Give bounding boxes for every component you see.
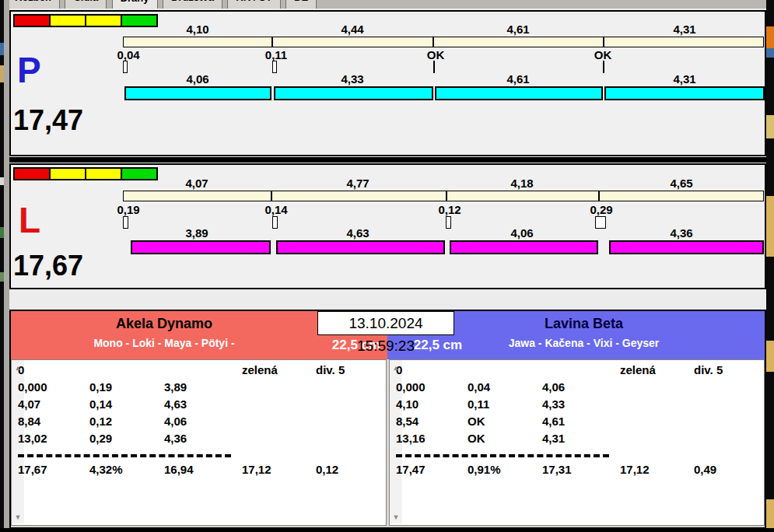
leg-time-label: 4,06 bbox=[487, 226, 557, 240]
leg-bar bbox=[609, 240, 764, 254]
division-cell: div. 5 bbox=[316, 363, 376, 376]
leg-time-label: 4,61 bbox=[483, 72, 553, 86]
team-left-name: Akela Dynamo bbox=[11, 316, 317, 332]
panel-divider bbox=[9, 157, 766, 163]
table-row: 4,07 0,14 4,63 bbox=[12, 397, 369, 411]
light-green bbox=[122, 16, 156, 26]
crossing-marker bbox=[595, 216, 606, 229]
track-divider bbox=[271, 191, 272, 201]
leg-time-label: 4,36 bbox=[646, 226, 716, 240]
scroll-up-icon[interactable]: ▲ bbox=[12, 362, 24, 374]
start-lights-l bbox=[13, 167, 158, 180]
leg-time-label: 3,89 bbox=[162, 226, 232, 240]
table-row: 8,84 0,12 4,06 bbox=[12, 415, 369, 428]
status-cell: zelená bbox=[242, 363, 316, 376]
totals-row: 17,67 4,32% 16,94 17,12 0,12 bbox=[12, 463, 369, 476]
lane-total-time: 17,47 bbox=[13, 107, 83, 135]
table-row: 8,54 OK 4,61 bbox=[390, 415, 748, 428]
leg-time-label: 4,63 bbox=[323, 226, 393, 240]
split-track-p bbox=[123, 37, 764, 47]
crossing-label: 0,04 bbox=[101, 48, 156, 61]
totals-separator bbox=[18, 454, 231, 457]
crossing-label: 0,29 bbox=[574, 203, 629, 216]
light-yellow-1 bbox=[51, 16, 85, 26]
tab-cidla[interactable]: Čidla bbox=[65, 0, 107, 9]
track-divider bbox=[603, 37, 604, 47]
split-time-label: 4,44 bbox=[317, 23, 387, 36]
tab-label: Dráhy bbox=[121, 0, 149, 4]
leg-bar bbox=[276, 240, 445, 254]
window-frame-left bbox=[4, 0, 9, 532]
split-time-label: 4,61 bbox=[483, 23, 553, 36]
light-green bbox=[122, 169, 156, 179]
results-table-right[interactable]: 0 zelená div. 5 0,000 0,04 4,06 4,10 0,1… bbox=[389, 359, 765, 526]
leg-bar bbox=[450, 240, 598, 254]
crossing-label: OK bbox=[576, 48, 630, 61]
scroll-down-icon[interactable]: ▼ bbox=[12, 511, 24, 523]
tab-drahy[interactable]: Dráhy bbox=[112, 0, 158, 9]
results-panel: Akela Dynamo Mono - Loki - Maya - Pötyi … bbox=[9, 310, 766, 529]
leg-time-label: 4,33 bbox=[317, 72, 387, 86]
tab-label: RK / ST bbox=[236, 0, 271, 3]
totals-separator bbox=[396, 454, 609, 457]
split-time-label: 4,10 bbox=[163, 23, 233, 36]
crossing-label: 0,11 bbox=[249, 48, 303, 61]
crossing-label: 0,12 bbox=[422, 203, 477, 216]
scroll-up-icon[interactable]: ▲ bbox=[390, 362, 402, 374]
light-yellow-2 bbox=[86, 169, 121, 179]
light-red bbox=[15, 16, 49, 26]
crossing-marker bbox=[123, 216, 128, 229]
track-divider bbox=[598, 191, 600, 201]
leg-bar bbox=[435, 86, 603, 100]
light-yellow-1 bbox=[51, 169, 85, 179]
track-divider bbox=[271, 37, 273, 47]
start-cell: 0 bbox=[396, 363, 468, 376]
split-time-label: 4,31 bbox=[650, 23, 720, 36]
leg-bar bbox=[274, 86, 433, 100]
split-time-label: 4,65 bbox=[646, 177, 716, 190]
run-timestamp: 13.10.2024 15:59:23 bbox=[317, 311, 454, 335]
table-row: 0,000 0,19 3,89 bbox=[12, 380, 369, 394]
tab-de[interactable]: DE bbox=[285, 0, 317, 9]
lane-letter-l: L bbox=[19, 202, 40, 238]
table-row: 13,02 0,29 4,36 bbox=[12, 432, 369, 445]
desktop-sliver-right bbox=[766, 0, 774, 532]
division-cell: div. 5 bbox=[694, 363, 754, 376]
scroll-down-icon[interactable]: ▼ bbox=[390, 511, 402, 523]
crossing-marker bbox=[603, 61, 604, 73]
desktop-sliver-left bbox=[0, 0, 4, 532]
start-cell: 0 bbox=[18, 363, 89, 376]
tab-rk-st[interactable]: RK / ST bbox=[227, 0, 280, 9]
split-time-label: 4,77 bbox=[323, 177, 393, 190]
crossing-label: 0,19 bbox=[101, 203, 156, 216]
tab-rozbeh[interactable]: Rozběh bbox=[6, 0, 60, 9]
team-right-name: Lavina Beta bbox=[403, 316, 765, 332]
crossing-marker bbox=[123, 61, 128, 73]
crossing-label: OK bbox=[408, 48, 463, 61]
table-row: 0,000 0,04 4,06 bbox=[390, 380, 748, 394]
timing-app-window: Rozběh Čidla Dráhy Družstva RK / ST DE 4… bbox=[0, 0, 774, 532]
leg-bar bbox=[604, 86, 765, 100]
crossing-marker bbox=[272, 216, 278, 229]
lane-p-panel: 4,10 4,44 4,61 4,31 0,04 0,11 OK OK 4,06… bbox=[9, 10, 766, 156]
results-table-left[interactable]: 0 zelená div. 5 0,000 0,19 3,89 4,07 0,1… bbox=[11, 359, 387, 526]
table-row: 0 zelená div. 5 bbox=[390, 363, 748, 376]
light-yellow-2 bbox=[86, 16, 121, 26]
crossing-label: 0,14 bbox=[249, 203, 303, 216]
tab-druzstva[interactable]: Družstva bbox=[163, 0, 222, 9]
tab-label: Družstva bbox=[171, 0, 214, 3]
leg-time-label: 4,31 bbox=[650, 72, 720, 86]
team-left-members: Mono - Loki - Maya - Pötyi - bbox=[11, 337, 317, 349]
lane-l-panel: 4,07 4,77 4,18 4,65 0,19 0,14 0,12 0,29 … bbox=[9, 163, 766, 289]
start-lights-p bbox=[13, 14, 158, 27]
lane-total-time: 17,67 bbox=[13, 252, 83, 280]
table-row: 0 zelená div. 5 bbox=[12, 363, 369, 376]
totals-row: 17,47 0,91% 17,31 17,12 0,49 bbox=[390, 463, 748, 476]
crossing-marker bbox=[446, 216, 451, 229]
crossing-marker bbox=[272, 61, 277, 73]
tab-label: Rozběh bbox=[15, 0, 51, 3]
leg-bar bbox=[131, 240, 271, 254]
tab-bar: Rozběh Čidla Dráhy Družstva RK / ST DE bbox=[6, 0, 766, 9]
split-time-label: 4,18 bbox=[487, 177, 557, 190]
tab-label: Čidla bbox=[73, 0, 98, 3]
